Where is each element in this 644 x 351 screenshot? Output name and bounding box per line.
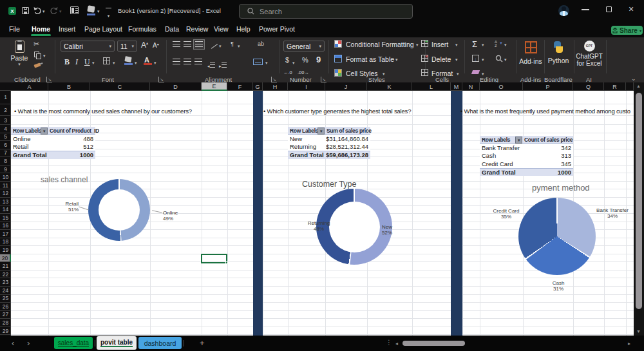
delete-cells-button[interactable]: Delete — [431, 55, 451, 63]
pivot-total-row[interactable]: Grand Total1000 — [11, 151, 95, 158]
row-header-14[interactable]: 14 — [0, 206, 11, 214]
insert-cells-button[interactable]: Insert — [431, 41, 448, 48]
column-header-R[interactable]: R — [604, 82, 626, 91]
align-right-icon[interactable] — [194, 59, 202, 64]
maximize-button[interactable] — [606, 6, 612, 12]
chart1-donut[interactable] — [88, 179, 150, 241]
decrease-font-icon[interactable]: A▾ — [153, 42, 159, 49]
row-header-26[interactable]: 26 — [0, 303, 11, 311]
undo-icon[interactable] — [33, 6, 41, 15]
undo-dropdown-icon[interactable]: ▾ — [43, 9, 45, 14]
tab-help[interactable]: Help — [236, 25, 251, 33]
tab-file[interactable]: File — [9, 25, 20, 33]
selected-cell[interactable] — [201, 254, 227, 263]
row-header-11[interactable]: 11 — [0, 182, 11, 190]
increase-decimal-icon[interactable]: ←.0 — [283, 70, 292, 75]
font-dialog-launcher[interactable]: ↘ — [158, 77, 164, 82]
row-header-6[interactable]: 6 — [0, 141, 11, 149]
row-header-25[interactable]: 25 — [0, 295, 11, 303]
copy-dropdown-icon[interactable]: ▾ — [43, 53, 46, 58]
row-header-7[interactable]: 7 — [0, 149, 11, 158]
align-bottom-icon[interactable] — [193, 39, 205, 50]
pivot-row[interactable]: Credit Card345 — [480, 160, 573, 167]
column-header-N[interactable]: N — [462, 82, 480, 91]
underline-dropdown-icon[interactable]: ▾ — [92, 61, 95, 65]
row-header-2[interactable]: 2 — [0, 104, 11, 116]
fill-dropdown-icon[interactable]: ▾ — [135, 61, 137, 65]
column-header-D[interactable]: D — [150, 82, 202, 91]
font-size-select[interactable]: 11▾ — [117, 41, 137, 52]
redo-icon[interactable] — [50, 6, 58, 15]
collapse-ribbon-icon[interactable]: ⌄ — [631, 76, 636, 82]
row-header-8[interactable]: 8 — [0, 157, 11, 166]
conditional-formatting-button[interactable]: Conditional Formatting — [346, 41, 414, 48]
row-header-12[interactable]: 12 — [0, 189, 11, 198]
pivot-total-row[interactable]: Grand Total$59,686,173.28 — [288, 151, 370, 158]
increase-indent-icon[interactable]: ▸ — [219, 59, 227, 70]
orientation-icon[interactable] — [209, 40, 218, 48]
row-header-29[interactable]: 29 — [0, 327, 11, 336]
tab-home[interactable]: Home — [32, 25, 50, 33]
column-header-B[interactable]: B — [48, 82, 90, 91]
row-header-20[interactable]: 20 — [0, 254, 11, 263]
sheet-tab-povit-table[interactable]: povit table — [97, 336, 137, 350]
sheet-tab-dashboard[interactable]: dashboard — [138, 337, 182, 349]
vertical-scroll-thumb[interactable] — [636, 93, 642, 309]
grid[interactable]: • What is the most commonly used sales c… — [11, 91, 634, 336]
find-select-icon[interactable] — [495, 55, 503, 62]
fill-color-qat-icon[interactable] — [87, 5, 95, 13]
row-header-16[interactable]: 16 — [0, 222, 11, 231]
share-button[interactable]: Share ▾ — [611, 26, 643, 35]
sheet-tab-sales-data[interactable]: sales_data — [54, 337, 93, 349]
autosum-icon[interactable]: Σ — [472, 39, 477, 49]
number-dialog-launcher[interactable]: ↘ — [321, 77, 327, 82]
addins-button[interactable]: Add-ins — [518, 40, 544, 72]
alignment-dialog-launcher[interactable]: ↘ — [271, 77, 277, 82]
font-name-select[interactable]: Calibri▾ — [61, 41, 115, 52]
row-header-23[interactable]: 23 — [0, 278, 11, 287]
close-button[interactable]: × — [629, 4, 634, 14]
tab-view[interactable]: View — [214, 25, 229, 33]
merge-center-icon[interactable] — [253, 59, 263, 65]
row-header-4[interactable]: 4 — [0, 125, 11, 133]
fill-down-icon[interactable]: ↓ — [472, 55, 479, 62]
cut-icon[interactable]: ✂ — [33, 40, 39, 48]
tab-formulas[interactable]: Formulas — [128, 25, 156, 33]
column-header-G[interactable]: G — [253, 82, 263, 91]
tab-insert[interactable]: Insert — [59, 25, 75, 33]
scroll-up-icon[interactable]: ▲ — [636, 84, 641, 88]
column-header-I[interactable]: I — [288, 82, 325, 91]
column-header-F[interactable]: F — [227, 82, 253, 91]
pivot-row[interactable]: Returning$28,521,312.44 — [288, 143, 370, 151]
row-header-1[interactable]: 1 — [0, 91, 11, 104]
wrap-dropdown-icon[interactable]: ▾ — [238, 44, 240, 48]
column-header-L[interactable]: L — [412, 82, 451, 91]
align-center-icon[interactable] — [184, 59, 191, 64]
save-icon[interactable] — [22, 7, 29, 14]
python-button[interactable]: Python — [545, 40, 572, 72]
column-header-C[interactable]: C — [90, 82, 150, 91]
column-header-H[interactable]: H — [263, 82, 288, 91]
percent-icon[interactable]: % — [302, 56, 308, 64]
row-header-19[interactable]: 19 — [0, 246, 11, 254]
column-header-partial[interactable] — [626, 82, 634, 91]
scroll-down-icon[interactable]: ▼ — [636, 329, 641, 334]
hscroll-right-icon[interactable]: ▸ — [628, 341, 630, 346]
column-header-O[interactable]: O — [480, 82, 523, 91]
read-mode-icon[interactable] — [70, 6, 79, 14]
orientation-dropdown-icon[interactable]: ▾ — [219, 44, 222, 48]
sort-filter-icon[interactable]: AZ▼ — [495, 40, 497, 48]
chart3-pie[interactable] — [518, 198, 596, 275]
prev-sheet-icon[interactable]: ‹ — [12, 338, 14, 348]
borders-icon[interactable] — [103, 57, 110, 64]
column-header-K[interactable]: K — [367, 82, 412, 91]
row-header-9[interactable]: 9 — [0, 166, 11, 174]
row-header-17[interactable]: 17 — [0, 230, 11, 238]
column-header-A[interactable]: A — [11, 82, 48, 91]
next-sheet-icon[interactable]: › — [27, 338, 30, 348]
accounting-dropdown-icon[interactable]: ▾ — [292, 61, 295, 65]
decrease-indent-icon[interactable]: ◂ — [207, 59, 215, 70]
column-header-E[interactable]: E — [202, 82, 227, 91]
row-header-18[interactable]: 18 — [0, 238, 11, 247]
vertical-scrollbar[interactable]: ▲ ▼ — [634, 82, 644, 336]
